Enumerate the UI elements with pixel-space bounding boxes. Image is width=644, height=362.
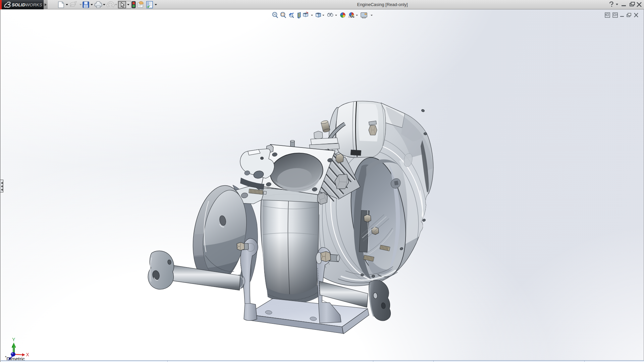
svg-text:X: X — [26, 352, 30, 357]
svg-text:Y: Y — [12, 337, 15, 342]
svg-text:SOLIDWORKS: SOLIDWORKS — [12, 2, 42, 7]
